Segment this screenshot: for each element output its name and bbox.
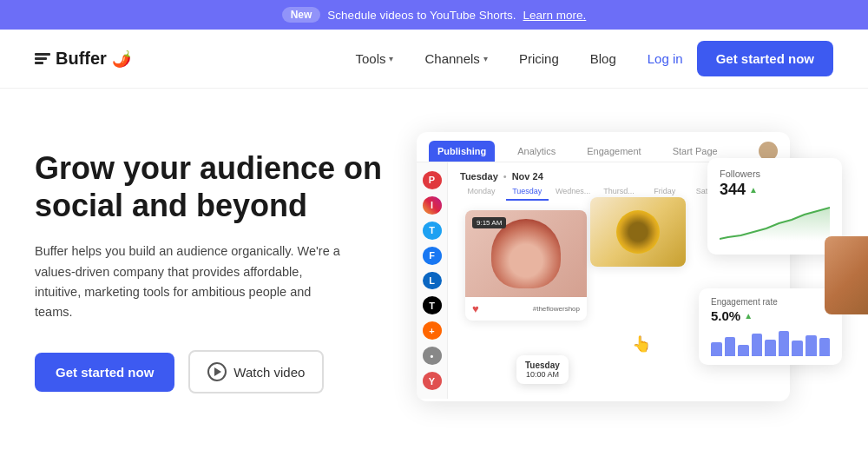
eng-bar-7 <box>792 341 803 356</box>
get-started-button[interactable]: Get started now <box>697 41 833 76</box>
hero-section: Grow your audience on social and beyond … <box>0 89 868 461</box>
engagement-chart <box>711 328 830 356</box>
post-username: #theflowershop <box>533 305 580 313</box>
eng-bar-4 <box>752 334 763 356</box>
nav-links: Tools ▾ Channels ▾ Pricing Blog <box>355 51 615 66</box>
engagement-value: 5.0% ▲ <box>711 308 830 323</box>
chevron-down-icon: ▾ <box>483 54 488 63</box>
social-extra2-icon[interactable]: • <box>423 347 442 365</box>
post-image: 9:15 AM <box>465 210 587 297</box>
engagement-label: Engagement rate <box>711 297 830 307</box>
engagement-up-icon: ▲ <box>744 311 753 321</box>
cursor-icon: 👆 <box>632 334 651 354</box>
navbar: Buffer 🌶️ Tools ▾ Channels ▾ Pricing Blo… <box>0 30 868 89</box>
tab-analytics[interactable]: Analytics <box>509 141 564 162</box>
cal-wednesday: Wednes... <box>552 187 595 201</box>
social-extra-icon[interactable]: + <box>423 321 442 340</box>
social-twitter-icon[interactable]: T <box>423 222 442 240</box>
banner-text: Schedule videos to YouTube Shorts. <box>327 9 516 22</box>
logo-icon <box>35 53 50 64</box>
hero-actions: Get started now Watch video <box>35 350 399 394</box>
hero-left: Grow your audience on social and beyond … <box>35 132 399 394</box>
watch-video-label: Watch video <box>233 365 305 380</box>
tab-publishing[interactable]: Publishing <box>429 141 495 162</box>
banner-link[interactable]: Learn more. <box>523 9 587 22</box>
cal-tuesday: Tuesday <box>506 187 549 201</box>
engagement-card: Engagement rate 5.0% ▲ <box>699 288 842 365</box>
eng-bar-5 <box>765 340 776 356</box>
dashboard-date: Tuesday <box>460 171 498 182</box>
social-linkedin-icon[interactable]: L <box>423 272 442 290</box>
eng-bar-3 <box>738 345 749 356</box>
social-pinterest-icon[interactable]: P <box>423 171 442 189</box>
social-instagram-icon[interactable]: I <box>423 196 442 215</box>
social-facebook-icon[interactable]: F <box>423 247 442 265</box>
right-card-image <box>825 236 868 314</box>
followers-label: Followers <box>720 169 830 179</box>
nav-actions: Log in Get started now <box>648 41 833 76</box>
social-extra3-icon[interactable]: Y <box>423 372 442 390</box>
eng-bar-2 <box>725 337 736 356</box>
eng-bar-9 <box>819 338 831 356</box>
logo-emoji: 🌶️ <box>112 50 131 69</box>
top-banner: New Schedule videos to YouTube Shorts. L… <box>0 0 868 30</box>
followers-count: 344 ▲ <box>720 181 830 199</box>
tooltip-time: 10:00 AM <box>525 370 560 379</box>
login-button[interactable]: Log in <box>648 51 683 66</box>
post-time-badge: 9:15 AM <box>472 217 506 228</box>
watch-video-button[interactable]: Watch video <box>188 350 324 394</box>
post-card-sunflower <box>590 197 686 267</box>
chevron-down-icon: ▾ <box>389 54 393 63</box>
followers-chart <box>720 206 830 241</box>
followers-card: Followers 344 ▲ <box>707 158 842 255</box>
sunflower-graphic <box>616 210 660 254</box>
eng-bar-6 <box>779 331 790 356</box>
cal-monday: Monday <box>460 187 503 201</box>
new-badge: New <box>282 7 321 23</box>
post-card-flowers: 9:15 AM ♥ #theflowershop <box>465 210 587 321</box>
sunflower-image <box>590 197 686 267</box>
nav-pricing[interactable]: Pricing <box>519 51 559 66</box>
play-triangle-icon <box>214 367 221 376</box>
nav-tools[interactable]: Tools ▾ <box>355 51 393 66</box>
date-separator: • <box>503 171 507 182</box>
social-tiktok-icon[interactable]: T <box>423 296 442 314</box>
eng-bar-1 <box>711 342 722 356</box>
tooltip-day: Tuesday <box>525 360 560 370</box>
flower-image <box>491 219 561 288</box>
hero-get-started-button[interactable]: Get started now <box>35 353 174 392</box>
hero-title: Grow your audience on social and beyond <box>35 149 399 224</box>
play-icon <box>207 362 227 381</box>
logo-text: Buffer <box>56 49 107 69</box>
eng-bar-8 <box>806 335 817 356</box>
nav-channels[interactable]: Channels ▾ <box>424 51 487 66</box>
right-image-card <box>825 236 868 314</box>
logo: Buffer 🌶️ <box>35 49 131 69</box>
tab-engagement[interactable]: Engagement <box>578 141 649 162</box>
heart-icon: ♥ <box>472 302 479 315</box>
dashboard-sidebar: P I T F L T + • Y <box>417 162 448 399</box>
hero-description: Buffer helps you build an audience organ… <box>35 241 347 322</box>
up-arrow-icon: ▲ <box>749 185 758 195</box>
post-footer: ♥ #theflowershop <box>465 297 587 321</box>
hero-right: Publishing Analytics Engagement Start Pa… <box>399 132 833 461</box>
dashboard-date-full: Nov 24 <box>512 171 543 182</box>
nav-blog[interactable]: Blog <box>590 51 616 66</box>
tuesday-tooltip: Tuesday 10:00 AM <box>516 355 569 384</box>
